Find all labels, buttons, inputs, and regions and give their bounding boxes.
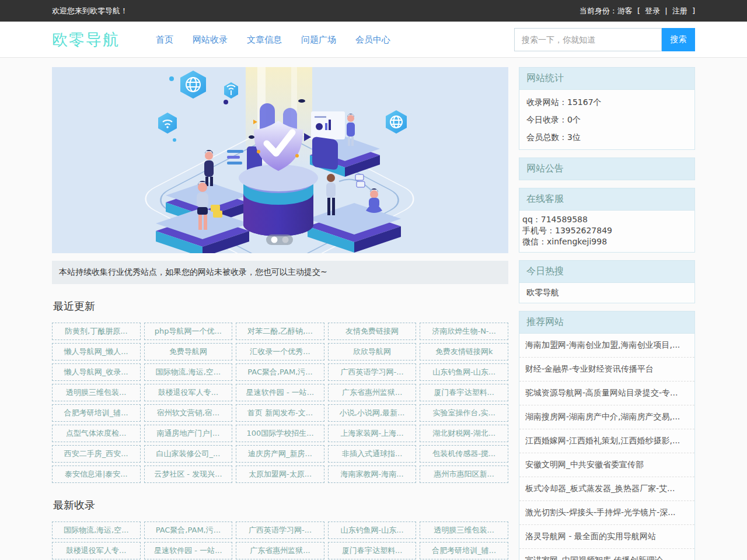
site-link[interactable]: 山东钓鱼网-山东... <box>328 522 417 539</box>
site-link[interactable]: 免费导航网 <box>144 343 233 360</box>
site-link[interactable]: 西安二手房_西安... <box>52 445 141 463</box>
recommended-site-link[interactable]: 洛灵导航网 - 最全面的实用导航网站 <box>519 525 694 549</box>
stat-row: 会员总数：3位 <box>519 128 694 146</box>
register-link[interactable]: 注册 <box>672 6 687 15</box>
nav-link[interactable]: 会员中心 <box>355 34 390 46</box>
site-link[interactable]: 南通房地产门户|... <box>144 425 233 442</box>
site-link[interactable]: 厦门春宇达塑料... <box>328 542 417 559</box>
panel-site-stats: 网站统计 收录网站：15167个今日收录：0个会员总数：3位 <box>519 67 695 150</box>
site-link[interactable]: 鼓楼退役军人专... <box>144 384 233 401</box>
recommended-site-link[interactable]: 驼城资源导航网-高质量网站目录提交-专... <box>519 382 694 405</box>
nav-link[interactable]: 网站收录 <box>193 34 228 46</box>
site-link[interactable]: 免费友情链接网k <box>420 343 508 360</box>
site-link[interactable]: 实验室操作台,实... <box>420 404 508 422</box>
panel-customer-service: 在线客服 qq：714589588手机号：13952627849微信：xinfe… <box>519 188 695 253</box>
welcome-text: 欢迎您来到欧零导航！ <box>52 6 128 16</box>
top-bar: 欢迎您来到欧零导航！ 当前身份：游客 [ 登录 | 注册 ] <box>0 0 747 22</box>
panel-title: 网站公告 <box>519 158 694 180</box>
site-link[interactable]: 对苯二酚,乙醇钠,... <box>236 323 324 340</box>
site-logo[interactable]: 欧零导航 <box>52 29 120 50</box>
search-bar: 搜索 <box>514 28 695 51</box>
site-link[interactable]: 广西英语学习网-... <box>328 363 417 381</box>
site-link[interactable]: 国际物流,海运,空... <box>52 522 141 539</box>
search-input[interactable] <box>514 28 662 51</box>
site-link[interactable]: 非插入式通球指... <box>328 445 417 463</box>
site-link[interactable]: 白山家装修公司_... <box>144 445 233 463</box>
site-link[interactable]: 星速软件园 - 一站... <box>144 542 233 559</box>
site-link[interactable]: 广西英语学习网-... <box>236 522 324 539</box>
recommended-site-link[interactable]: 激光切割头-焊接头-手持焊-光学镜片-深... <box>519 501 694 525</box>
site-link[interactable]: 防黄剂,丁酰肼原... <box>52 323 141 340</box>
recommended-site-link[interactable]: 海南加盟网-海南创业加盟,海南创业项目,... <box>519 334 694 358</box>
nav-link[interactable]: 问题广场 <box>301 34 336 46</box>
search-button[interactable]: 搜索 <box>662 28 695 51</box>
site-link[interactable]: 友情免费链接网 <box>328 323 417 340</box>
recommended-site-link[interactable]: 湖南搜房网-湖南房产中介,湖南房产交易,... <box>519 405 694 429</box>
site-link[interactable]: PAC聚合,PAM,污... <box>236 363 324 381</box>
site-link[interactable]: 云梦社区 - 发现兴... <box>144 466 233 483</box>
site-link[interactable]: 上海家装网-上海... <box>328 425 417 442</box>
site-link[interactable]: 广东省惠州监狱... <box>236 542 324 559</box>
recent-updates-grid: 防黄剂,丁酰肼原...php导航网一个优...对苯二酚,乙醇钠,...友情免费链… <box>52 323 508 483</box>
service-line: qq：714589588 <box>522 214 692 225</box>
site-link[interactable]: 广东省惠州监狱... <box>328 384 417 401</box>
slider-dot[interactable] <box>282 237 289 243</box>
site-stats-list: 收录网站：15167个今日收录：0个会员总数：3位 <box>519 90 694 149</box>
site-link[interactable]: 惠州市惠阳区新... <box>420 466 508 483</box>
recommended-site-link[interactable]: 财经-金融界-专业财经资讯传播平台 <box>519 358 694 382</box>
notice-bar: 本站持续收集行业优秀站点，如果您的网站未被收录，您也可以主动提交~ <box>52 261 508 284</box>
site-link[interactable]: PAC聚合,PAM,污... <box>144 522 233 539</box>
recommended-site-link[interactable]: 安徽文明网_中共安徽省委宣传部 <box>519 453 694 477</box>
site-link[interactable]: 湖北财税网-湖北... <box>420 425 508 442</box>
slider-dot-active[interactable] <box>271 237 278 243</box>
site-link[interactable]: 星速软件园 - 一站... <box>236 384 324 401</box>
hero-illustration <box>52 67 508 253</box>
hero-banner <box>52 67 508 253</box>
panel-hot-search: 今日热搜 欧零导航 <box>519 260 695 303</box>
sidebar: 网站统计 收录网站：15167个今日收录：0个会员总数：3位 网站公告 在线客服… <box>519 67 695 560</box>
site-link[interactable]: 泰安信息港|泰安... <box>52 466 141 483</box>
site-link[interactable]: 首页 新闻发布-文... <box>236 404 324 422</box>
site-link[interactable]: 懒人导航网_收录... <box>52 363 141 381</box>
site-link[interactable]: 厦门春宇达塑料... <box>420 384 508 401</box>
site-link[interactable]: 国际物流,海运,空... <box>144 363 233 381</box>
site-link[interactable]: 合肥考研培训_辅... <box>52 404 141 422</box>
recommended-list: 海南加盟网-海南创业加盟,海南创业项目,...财经-金融界-专业财经资讯传播平台… <box>519 334 694 560</box>
site-link[interactable]: 海南家教网-海南... <box>328 466 417 483</box>
service-line: 微信：xinfengkeji998 <box>522 236 692 247</box>
recommended-site-link[interactable]: 宣讲家网_中国视频智库 传播创新理论 <box>519 549 694 560</box>
panel-announcement: 网站公告 <box>519 158 695 180</box>
site-link[interactable]: 欣欣导航网 <box>328 343 417 360</box>
section-title-latest-included: 最新收录 <box>53 498 508 512</box>
site-link[interactable]: 点型气体浓度检... <box>52 425 141 442</box>
site-link[interactable]: 济南欣烨生物-N-... <box>420 323 508 340</box>
site-link[interactable]: 100国际学校招生... <box>236 425 324 442</box>
panel-title: 推荐网站 <box>519 312 694 333</box>
site-link[interactable]: 合肥考研培训_辅... <box>420 542 508 559</box>
server-cylinder <box>239 164 318 236</box>
site-link[interactable]: 懒人导航网_懒人... <box>52 343 141 360</box>
nav-link[interactable]: 文章信息 <box>247 34 282 46</box>
site-link[interactable]: 包装机传感器-搅... <box>420 445 508 463</box>
latest-included-grid: 国际物流,海运,空...PAC聚合,PAM,污...广西英语学习网-...山东钓… <box>52 522 508 559</box>
login-link[interactable]: 登录 <box>645 6 660 15</box>
identity-label: 当前身份：游客 <box>580 6 633 15</box>
recommended-site-link[interactable]: 板式冷却器_板式蒸发器_换热器厂家-艾... <box>519 477 694 501</box>
hot-search-item[interactable]: 欧零导航 <box>519 283 694 303</box>
site-link[interactable]: 太原加盟网-太原... <box>236 466 324 483</box>
site-link[interactable]: 鼓楼退役军人专... <box>52 542 141 559</box>
site-link[interactable]: 透明膜三维包装... <box>420 522 508 539</box>
recommended-site-link[interactable]: 江西婚嫁网-江西婚礼策划,江西婚纱摄影,... <box>519 429 694 453</box>
login-register-separator: | <box>665 6 667 15</box>
site-link[interactable]: php导航网一个优... <box>144 323 233 340</box>
site-link[interactable]: 宿州软文营销,宿... <box>144 404 233 422</box>
service-line: 手机号：13952627849 <box>522 225 692 236</box>
hot-search-list: 欧零导航 <box>519 283 694 303</box>
site-link[interactable]: 迪庆房产网_新房... <box>236 445 324 463</box>
site-link[interactable]: 小说,小说网,最新... <box>328 404 417 422</box>
site-link[interactable]: 汇收录一个优秀... <box>236 343 324 360</box>
main-nav: 首页网站收录文章信息问题广场会员中心 <box>156 34 410 46</box>
nav-link[interactable]: 首页 <box>156 34 173 46</box>
site-link[interactable]: 山东钓鱼网-山东... <box>420 363 508 381</box>
site-link[interactable]: 透明膜三维包装... <box>52 384 141 401</box>
